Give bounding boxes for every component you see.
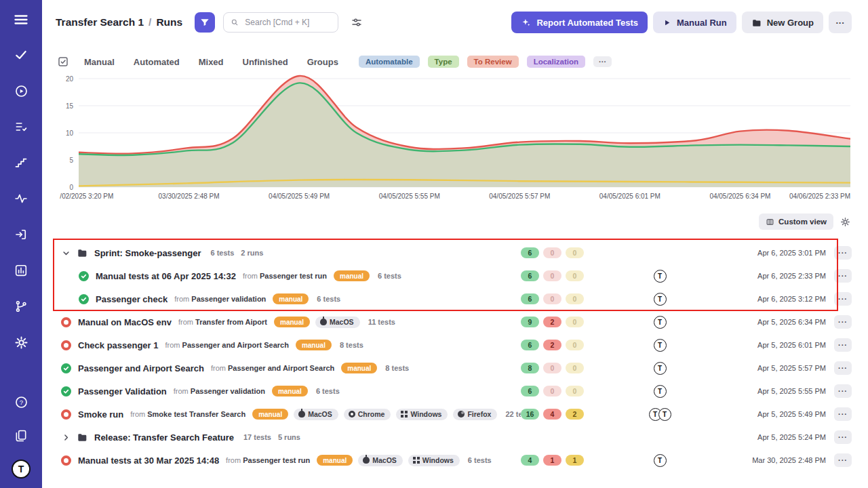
docs-button[interactable] (11, 426, 31, 446)
row-more-button[interactable]: ··· (834, 453, 852, 467)
folder-icon (77, 247, 87, 258)
sidebar-item-tests[interactable] (11, 45, 31, 65)
avatar: T (654, 339, 667, 352)
tab-unfinished[interactable]: Unfinished (243, 57, 288, 67)
search-settings-button[interactable] (347, 16, 367, 29)
row-more-button[interactable]: ··· (834, 246, 852, 260)
folder-icon (751, 18, 762, 28)
chip-localization[interactable]: Localization (527, 56, 585, 68)
row-more-button[interactable]: ··· (834, 407, 852, 421)
run-title[interactable]: Smoke run (78, 409, 123, 420)
chevron-down-icon[interactable] (61, 248, 72, 258)
chip-automatable[interactable]: Automatable (359, 56, 420, 68)
run-row[interactable]: Passenger and Airport Searchfrom Passeng… (42, 357, 868, 380)
header-more-button[interactable]: ··· (829, 12, 852, 33)
run-title[interactable]: Manual tests at 30 Mar 2025 14:48 (78, 455, 219, 466)
row-more-button[interactable]: ··· (834, 361, 852, 375)
sidebar-item-milestones[interactable] (11, 152, 31, 173)
tab-groups[interactable]: Groups (307, 57, 338, 67)
list-toolbar: Custom view (42, 213, 868, 230)
env-label: Windows (422, 456, 454, 464)
filter-bar: ManualAutomatedMixedUnfinishedGroups Aut… (42, 52, 868, 72)
run-row[interactable]: Manual tests at 06 Apr 2025 14:32from Pa… (42, 264, 868, 287)
menu-button[interactable] (11, 9, 31, 30)
sidebar-item-activity[interactable] (11, 188, 31, 209)
group-tests-count: 6 tests (211, 249, 235, 257)
run-row[interactable]: Smoke runfrom Smoke test Transfer Search… (42, 403, 868, 426)
chip-to-review[interactable]: To Review (467, 56, 519, 68)
avatar: T (658, 408, 671, 421)
help-button[interactable]: ? (11, 392, 31, 412)
tests-count: 6 tests (468, 456, 492, 464)
row-more-button[interactable]: ··· (834, 269, 852, 283)
chips-more-button[interactable]: ··· (593, 56, 612, 67)
chevron-right-icon[interactable] (61, 432, 72, 443)
tab-mixed[interactable]: Mixed (199, 57, 224, 67)
results-badges: 600 (521, 386, 609, 396)
run-row[interactable]: Passenger Validationfrom Passenger valid… (42, 380, 868, 403)
sidebar-item-import[interactable] (11, 224, 31, 245)
report-automated-tests-button[interactable]: Report Automated Tests (511, 12, 648, 33)
row-more-button[interactable]: ··· (834, 384, 852, 398)
new-group-button[interactable]: New Group (742, 12, 823, 33)
sidebar-item-branches[interactable] (11, 296, 31, 317)
row-more-button[interactable]: ··· (834, 292, 852, 306)
status-passed-icon (61, 363, 71, 373)
row-more-button[interactable]: ··· (834, 315, 852, 329)
group-runs-count: 2 runs (241, 249, 263, 257)
run-date: Apr 5, 2025 5:57 PM (711, 364, 826, 372)
env-badge: MacOS (358, 455, 403, 466)
run-date: Apr 5, 2025 6:34 PM (711, 318, 826, 326)
run-row[interactable]: Manual on MacOS envfrom Transfer from Ai… (42, 310, 868, 333)
select-runs-button[interactable] (57, 56, 69, 68)
row-more-button[interactable]: ··· (834, 430, 852, 444)
chrome-icon (349, 411, 355, 418)
row-more-button[interactable]: ··· (834, 338, 852, 352)
sidebar-item-runs[interactable] (11, 81, 31, 101)
assignee-avatars: T (609, 270, 711, 283)
run-title[interactable]: Passenger check (96, 294, 167, 304)
tag-manual: manual (274, 317, 310, 327)
avatar: T (654, 270, 667, 283)
group-row[interactable]: Sprint: Smoke-passenger6 tests2 runs600A… (42, 241, 868, 264)
app-logo[interactable]: T (12, 460, 31, 479)
sidebar-item-reports[interactable] (11, 260, 31, 281)
avatar: T (654, 316, 667, 329)
run-row[interactable]: Passenger checkfrom Passenger validation… (42, 287, 868, 310)
run-date: Apr 5, 2025 5:49 PM (711, 410, 826, 418)
filter-button[interactable] (195, 12, 215, 33)
custom-view-button[interactable]: Custom view (759, 214, 833, 230)
run-row[interactable]: Manual tests at 30 Mar 2025 14:48from Pa… (42, 449, 868, 472)
sparkle-icon (521, 18, 531, 28)
sidebar-item-plans[interactable] (11, 117, 31, 137)
run-title[interactable]: Manual on MacOS env (78, 317, 172, 327)
view-settings-button[interactable] (840, 217, 850, 227)
tab-automated[interactable]: Automated (134, 57, 180, 67)
sidebar-item-settings[interactable] (11, 332, 31, 352)
skipped-count-badge: 0 (566, 293, 584, 304)
manual-run-button[interactable]: Manual Run (653, 12, 736, 33)
run-title[interactable]: Check passenger 1 (78, 340, 159, 350)
run-title[interactable]: Manual tests at 06 Apr 2025 14:32 (96, 271, 236, 281)
group-row[interactable]: Release: Transfer Search Feature17 tests… (42, 426, 868, 449)
chart-line-passed (79, 83, 850, 155)
env-label: Windows (410, 410, 441, 418)
filter-chips: AutomatableTypeTo ReviewLocalization (359, 56, 585, 68)
search-input[interactable] (243, 17, 331, 28)
run-date: Apr 5, 2025 5:55 PM (711, 387, 826, 395)
funnel-icon (199, 17, 210, 28)
group-title[interactable]: Sprint: Smoke-passenger (94, 248, 201, 258)
run-title[interactable]: Passenger Validation (78, 386, 167, 396)
passed-count-badge: 6 (521, 340, 539, 350)
tab-manual[interactable]: Manual (84, 57, 115, 67)
assignee-avatars: T (609, 385, 711, 398)
group-runs-count: 5 runs (278, 433, 300, 441)
group-title[interactable]: Release: Transfer Search Feature (94, 432, 234, 443)
status-passed-icon (61, 386, 71, 396)
run-date: Apr 6, 2025 3:12 PM (711, 295, 826, 303)
chip-type[interactable]: Type (428, 56, 459, 68)
run-row[interactable]: Check passenger 1from Passenger and Airp… (42, 333, 868, 357)
run-title[interactable]: Passenger and Airport Search (78, 363, 204, 373)
run-source: from Passenger validation (174, 387, 265, 395)
firefox-icon (458, 411, 465, 418)
